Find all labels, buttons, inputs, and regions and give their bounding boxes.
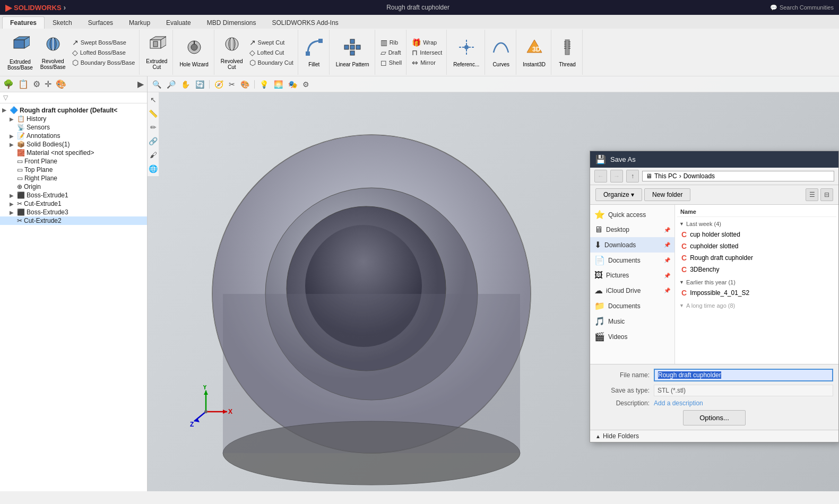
- tab-features[interactable]: Features: [2, 16, 45, 29]
- scene-bg-icon[interactable]: 🌐: [148, 163, 159, 174]
- file-3dbenchy[interactable]: C 3DBenchy: [677, 264, 836, 275]
- tab-sketch[interactable]: Sketch: [45, 16, 80, 29]
- nav-music[interactable]: 🎵 Music: [590, 314, 674, 329]
- tree-item-material[interactable]: 🧱 Material <not specified>: [0, 149, 147, 157]
- pan-icon[interactable]: ✋: [179, 79, 192, 90]
- hide-folders-button[interactable]: ▲ Hide Folders: [590, 430, 838, 442]
- nav-quick-access[interactable]: ⭐ Quick access: [590, 207, 674, 222]
- draft-button[interactable]: ▱ Draft: [378, 48, 404, 57]
- svg-rect-0: [14, 40, 24, 48]
- expand-sidebar-icon[interactable]: ▶: [136, 78, 145, 90]
- tree-item-solid-bodies[interactable]: ▶ 📦 Solid Bodies(1): [0, 140, 147, 149]
- tab-addins[interactable]: SOLIDWORKS Add-Ins: [264, 16, 347, 29]
- file-cup-holder-slotted[interactable]: C cup holder slotted: [677, 229, 836, 240]
- display-style-icon[interactable]: 🎨: [239, 79, 251, 90]
- nav-pictures[interactable]: 🖼 Pictures 📌: [590, 268, 674, 283]
- intersect-button[interactable]: ⊓ Intersect: [410, 48, 444, 57]
- search-bar[interactable]: 💬 Search Communities: [770, 4, 834, 11]
- details-view-button[interactable]: ⊟: [820, 188, 833, 201]
- extruded-cut-button[interactable]: ExtrudedCut: [143, 33, 170, 71]
- swept-boss-button[interactable]: ↗ Swept Boss/Base: [70, 38, 137, 47]
- boundary-boss-button[interactable]: ⬡ Boundary Boss/Base: [70, 58, 137, 67]
- tab-surfaces[interactable]: Surfaces: [80, 16, 121, 29]
- file-impossible[interactable]: C Impossible_4_01_S2: [677, 287, 836, 299]
- tab-evaluate[interactable]: Evaluate: [158, 16, 199, 29]
- lofted-cut-label: Lofted Cut: [257, 49, 284, 56]
- select-icon[interactable]: ↖: [149, 94, 158, 105]
- display-manager-icon[interactable]: 🎨: [55, 78, 67, 90]
- forward-button[interactable]: →: [610, 170, 623, 183]
- breadcrumb-bar[interactable]: 🖥 This PC › Downloads: [642, 171, 834, 181]
- rib-button[interactable]: ▥ Rib: [378, 38, 404, 47]
- nav-desktop[interactable]: 🖥 Desktop 📌: [590, 222, 674, 237]
- smart-dim-icon[interactable]: 📏: [148, 108, 159, 119]
- nav-videos[interactable]: 🎬 Videos: [590, 329, 674, 344]
- tab-markup[interactable]: Markup: [121, 16, 158, 29]
- wrap-button[interactable]: 🎁 Wrap: [410, 38, 444, 47]
- hole-wizard-button[interactable]: Hole Wizard: [176, 37, 211, 68]
- zoom-icon[interactable]: 🔍: [151, 79, 163, 90]
- zoom-area-icon[interactable]: 🔎: [165, 79, 177, 90]
- tab-mbd[interactable]: MBD Dimensions: [199, 16, 264, 29]
- boundary-cut-button[interactable]: ⬡ Boundary Cut: [247, 58, 296, 67]
- config-manager-icon[interactable]: ⚙: [32, 78, 41, 90]
- instant3d-button[interactable]: 3D Instant3D: [520, 37, 549, 68]
- tree-root[interactable]: ▶ 🔷 Rough draft cupholder (Default<: [0, 106, 147, 115]
- linear-pattern-button[interactable]: Linear Pattern: [333, 37, 373, 68]
- rotate-icon[interactable]: 🔄: [194, 79, 206, 90]
- file-group-long-ago-header[interactable]: ▼ A long time ago (8): [677, 301, 836, 310]
- up-button[interactable]: ↑: [626, 170, 639, 183]
- appearance-icon[interactable]: 🎭: [287, 79, 299, 90]
- feature-manager-icon[interactable]: 🌳: [2, 78, 15, 90]
- back-button[interactable]: ←: [594, 170, 607, 183]
- lofted-boss-button[interactable]: ◇ Lofted Boss/Base: [70, 48, 137, 57]
- view-orientation-icon[interactable]: 🧭: [213, 79, 225, 90]
- list-view-button[interactable]: ☰: [806, 188, 818, 201]
- property-manager-icon[interactable]: 📋: [17, 78, 30, 90]
- tree-item-front-plane[interactable]: ▭ Front Plane: [0, 157, 147, 166]
- tree-item-cut-extrude1[interactable]: ▶ ✂ Cut-Extrude1: [0, 199, 147, 208]
- reference-button[interactable]: Referenc...: [450, 37, 482, 68]
- 3d-sketch-icon[interactable]: ✏: [149, 122, 158, 133]
- tree-item-boss-extrude1[interactable]: ▶ ⬛ Boss-Extrude1: [0, 191, 147, 199]
- curves-button[interactable]: Curves: [488, 37, 514, 68]
- file-rough-draft[interactable]: C Rough draft cupholder: [677, 252, 836, 264]
- swept-cut-button[interactable]: ↗ Swept Cut: [247, 38, 296, 47]
- revolved-cut-button[interactable]: RevolvedCut: [218, 33, 246, 71]
- appearances-icon[interactable]: 🖌: [149, 150, 158, 160]
- new-folder-button[interactable]: New folder: [644, 188, 690, 201]
- filename-input[interactable]: [654, 369, 833, 381]
- shell-button[interactable]: ◻ Shell: [378, 58, 404, 67]
- dim-expert-icon[interactable]: ✛: [44, 78, 53, 90]
- nav-downloads[interactable]: ⬇ Downloads 📌: [590, 237, 674, 253]
- lights-icon[interactable]: 💡: [258, 79, 270, 90]
- fillet-button[interactable]: Fillet: [301, 37, 327, 68]
- add-description-link[interactable]: Add a description: [654, 399, 703, 407]
- nav-documents2[interactable]: 📁 Documents: [590, 298, 674, 314]
- view-settings-icon[interactable]: ⚙: [301, 79, 311, 90]
- mirror-button[interactable]: ⇔ Mirror: [410, 58, 444, 67]
- section-view-icon[interactable]: ✂: [227, 79, 237, 90]
- lofted-cut-button[interactable]: ◇ Lofted Cut: [247, 48, 296, 57]
- svg-point-25: [464, 45, 469, 49]
- nav-documents[interactable]: 📄 Documents 📌: [590, 253, 674, 268]
- tree-item-boss-extrude3[interactable]: ▶ ⬛ Boss-Extrude3: [0, 208, 147, 216]
- extruded-boss-button[interactable]: ExtrudedBoss/Base: [4, 33, 36, 72]
- tree-item-sensors[interactable]: 📡 Sensors: [0, 123, 147, 132]
- file-group-earlier-year-header[interactable]: ▼ Earlier this year (1): [677, 277, 836, 287]
- tree-item-right-plane[interactable]: ▭ Right Plane: [0, 174, 147, 183]
- organize-button[interactable]: Organize ▾: [595, 188, 642, 201]
- tree-item-cut-extrude2[interactable]: ✂ Cut-Extrude2: [0, 216, 147, 225]
- snaps-icon[interactable]: 🔗: [148, 136, 159, 146]
- tree-item-origin[interactable]: ⊕ Origin: [0, 183, 147, 191]
- scene-icon[interactable]: 🌅: [272, 79, 284, 90]
- thread-button[interactable]: Thread: [555, 37, 580, 68]
- tree-item-top-plane[interactable]: ▭ Top Plane: [0, 166, 147, 174]
- tree-item-annotations[interactable]: ▶ 📝 Annotations: [0, 132, 147, 140]
- file-cupholder-slotted[interactable]: C cupholder slotted: [677, 240, 836, 252]
- revolved-boss-button[interactable]: RevolvedBoss/Base: [37, 33, 69, 71]
- tree-item-history[interactable]: ▶ 📋 History: [0, 115, 147, 123]
- nav-icloud[interactable]: ☁ iCloud Drive 📌: [590, 283, 674, 298]
- file-group-last-week-header[interactable]: ▼ Last week (4): [677, 219, 836, 229]
- options-button[interactable]: Options...: [683, 410, 746, 425]
